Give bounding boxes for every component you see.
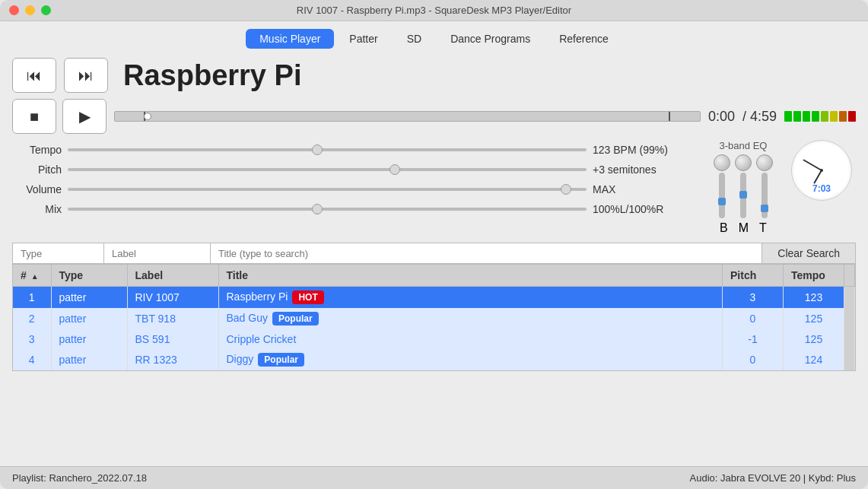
vu-bar-6 [839, 111, 847, 122]
tempo-slider-row: Tempo 123 BPM (99%) [12, 140, 699, 160]
badge-hot: HOT [292, 291, 323, 304]
search-row: Clear Search [12, 243, 856, 264]
scrollbar-cell [844, 308, 855, 329]
current-time: 0:00 [708, 109, 735, 125]
cell-pitch: 3 [723, 287, 784, 309]
cell-num: 4 [13, 349, 51, 370]
eq-band-t [756, 154, 773, 218]
col-header-type[interactable]: Type [51, 265, 127, 287]
col-header-tempo[interactable]: Tempo [784, 265, 844, 287]
stop-button[interactable]: ■ [12, 99, 56, 134]
tempo-value: 123 BPM (99%) [593, 144, 699, 156]
table-row[interactable]: 2 patter TBT 918 Bad GuyPopular 0 125 [13, 308, 855, 329]
eq-knobs [714, 154, 773, 218]
tempo-thumb[interactable] [312, 144, 323, 155]
window-controls[interactable] [9, 5, 51, 15]
cell-num: 1 [13, 287, 51, 309]
tab-patter[interactable]: Patter [335, 29, 391, 49]
sliders-section: Tempo 123 BPM (99%) Pitch +3 semitones [12, 140, 699, 219]
cell-label: RR 1323 [127, 349, 218, 370]
table-row[interactable]: 4 patter RR 1323 DiggyPopular 0 124 [13, 349, 855, 370]
cell-label: RIV 1007 [127, 287, 218, 309]
clock-time-display: 7:03 [792, 183, 851, 194]
total-time: / 4:59 [742, 109, 777, 125]
player-section: ⏮ ⏭ Raspberry Pi ■ ▶ 0:00 / 4:59 [12, 58, 856, 235]
col-header-pitch[interactable]: Pitch [723, 265, 784, 287]
controls-row: Tempo 123 BPM (99%) Pitch +3 semitones [12, 140, 856, 235]
clock-minute-hand [803, 159, 822, 171]
volume-thumb[interactable] [561, 184, 571, 195]
mix-value: 100%L/100%R [593, 203, 699, 215]
play-button[interactable]: ▶ [62, 99, 107, 134]
mix-label: Mix [12, 203, 62, 215]
tab-dance-programs[interactable]: Dance Programs [437, 29, 544, 49]
maximize-button[interactable] [41, 5, 51, 15]
window-title: RIV 1007 - Raspberry Pi.mp3 - SquareDesk… [297, 5, 571, 16]
badge-popular: Popular [272, 312, 319, 325]
pitch-slider[interactable] [68, 168, 587, 171]
next-button[interactable]: ⏭ [64, 58, 108, 93]
search-label-input[interactable] [103, 243, 210, 264]
clear-search-button[interactable]: Clear Search [761, 243, 856, 264]
eq-panel: 3-band EQ [705, 140, 781, 235]
minimize-button[interactable] [25, 5, 35, 15]
eq-knob-t[interactable] [756, 154, 773, 171]
vu-bar-2 [803, 111, 810, 122]
table-row[interactable]: 3 patter BS 591 Cripple Cricket -1 125 [13, 329, 855, 349]
eq-knob-m[interactable] [735, 154, 752, 171]
vu-bar-0 [784, 111, 792, 122]
table-row[interactable]: 1 patter RIV 1007 Raspberry PiHOT 3 123 [13, 287, 855, 309]
tab-music-player[interactable]: Music Player [246, 29, 334, 49]
tab-sd[interactable]: SD [393, 29, 435, 49]
mix-slider[interactable] [68, 208, 587, 211]
song-title: Raspberry Pi [123, 59, 301, 92]
col-header-title[interactable]: Title [218, 265, 723, 287]
table-section: Clear Search # ▲ Type Label Title Pitch … [12, 243, 856, 371]
clock-center-dot [820, 169, 823, 172]
col-header-num[interactable]: # ▲ [13, 265, 51, 287]
progress-range [144, 112, 670, 121]
playback-buttons: ■ ▶ [12, 99, 107, 134]
progress-bar[interactable] [114, 111, 701, 122]
clock: 7:03 [791, 140, 852, 201]
prev-button[interactable]: ⏮ [12, 58, 56, 93]
cell-num: 3 [13, 329, 51, 349]
vu-bar-3 [812, 111, 819, 122]
eq-slider-m[interactable] [740, 173, 746, 218]
eq-slider-b[interactable] [719, 173, 725, 218]
vu-bar-1 [793, 111, 801, 122]
tempo-label: Tempo [12, 144, 62, 156]
table-header-row: # ▲ Type Label Title Pitch Tempo [13, 265, 855, 287]
volume-slider-row: Volume MAX [12, 179, 699, 199]
eq-band-b-label: B [720, 221, 728, 235]
eq-label: 3-band EQ [720, 140, 768, 151]
tempo-slider[interactable] [68, 148, 587, 151]
volume-slider[interactable] [68, 188, 587, 191]
cell-tempo: 125 [784, 329, 844, 349]
close-button[interactable] [9, 5, 19, 15]
tab-bar: Music Player Patter SD Dance Programs Re… [12, 29, 856, 49]
scrollbar-cell [844, 349, 855, 370]
search-title-input[interactable] [210, 243, 761, 264]
pitch-thumb[interactable] [389, 164, 400, 175]
status-right: Audio: Jabra EVOLVE 20 | Kybd: Plus [690, 472, 856, 484]
eq-slider-t[interactable] [761, 173, 768, 218]
progress-thumb[interactable] [144, 113, 151, 120]
vu-bar-7 [848, 111, 856, 122]
cell-pitch: 0 [723, 349, 784, 370]
vu-bar-5 [830, 111, 838, 122]
cell-title: Cripple Cricket [218, 329, 723, 349]
playback-row: ■ ▶ 0:00 / 4:59 [12, 99, 856, 134]
clock-panel: 7:03 [787, 140, 856, 201]
volume-value: MAX [593, 183, 699, 195]
volume-label: Volume [12, 183, 62, 195]
main-content: Music Player Patter SD Dance Programs Re… [0, 21, 868, 466]
eq-knob-b[interactable] [714, 154, 730, 171]
pitch-value: +3 semitones [593, 164, 699, 176]
search-type-input[interactable] [12, 243, 103, 264]
mix-thumb[interactable] [312, 204, 323, 214]
tab-reference[interactable]: Reference [545, 29, 622, 49]
col-header-label[interactable]: Label [127, 265, 218, 287]
eq-slider-t-thumb [761, 205, 768, 212]
mix-slider-row: Mix 100%L/100%R [12, 199, 699, 219]
